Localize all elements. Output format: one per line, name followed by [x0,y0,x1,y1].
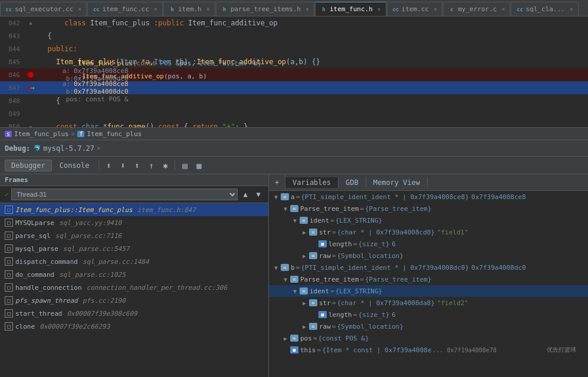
frame-item-5[interactable]: □ do_command sql_parse.cc:1025 [0,268,268,281]
var-value: {const POS &} [318,335,369,342]
tab-item-cc[interactable]: cc item.cc × [387,2,442,16]
var-row-ident-b[interactable]: ▼ = ident = {LEX_STRING} [269,285,588,297]
tab-close-icon[interactable]: × [78,6,81,12]
var-name: length [329,311,352,319]
vars-tab-variables[interactable]: Variables [285,177,339,188]
c-icon: c [448,6,455,13]
expand-icon[interactable]: ▶ [281,333,290,343]
var-row-raw-b[interactable]: ▶ = raw = {Symbol_location} [269,320,588,332]
var-row-str-b[interactable]: ▶ = str = {char * | 0x7f39a4008da8} "fie… [269,297,588,309]
tab-sql-executor[interactable]: cc sql_executor.cc × [0,2,87,16]
var-value: {char * | 0x7f39a4008cd0} [337,229,435,236]
var-value: {LEX_STRING} [336,287,382,295]
frame-item-4[interactable]: □ dispatch_command sql_parse.cc:1484 [0,255,268,268]
frame-item-2[interactable]: □ parse_sql sql_parse.cc:7116 [0,229,268,242]
var-row-a[interactable]: ▼ = a = {PTI_simple_ident_ident * | 0x7f… [269,191,588,203]
frame-loc: sql_parse.cc:5457 [63,245,130,253]
tab-sql-cla[interactable]: cc sql_cla... × [511,2,578,16]
var-row-length-b[interactable]: ▶ ■ length = {size_t} 6 [269,309,588,320]
code-line-847: 847 ● → :Item_func_additive_op(pos, a, b… [0,81,588,94]
vars-tab-gdb[interactable]: GDB [339,177,366,188]
line-gutter: ▪ [25,124,37,128]
frame-icon: □ [5,219,13,227]
frames-btn[interactable]: ▤ [178,159,191,172]
frame-item-7[interactable]: □ pfs_spawn_thread pfs.cc:2190 [0,294,268,307]
step-over-btn[interactable]: ⬆ [102,159,115,172]
line-number: 850 [0,123,25,128]
tab-close-icon[interactable]: × [433,6,437,12]
var-row-str-a[interactable]: ▶ = str = {char * | 0x7f39a4008cd0} "fie… [269,226,588,238]
frame-item-1[interactable]: □ MYSQLparse sql_yacc.yy:9410 [0,216,268,229]
line-number: 845 [0,58,25,66]
frame-name: clone [15,323,35,330]
session-close-icon[interactable]: × [97,144,101,152]
var-equals: = [296,264,300,272]
vars-btn[interactable]: ▦ [192,159,205,172]
tab-close-icon[interactable]: × [501,6,505,12]
tab-my-error[interactable]: c my_error.c × [443,2,510,16]
var-row-raw-a[interactable]: ▶ = raw = {Symbol_location} [269,250,588,262]
expand-icon[interactable]: ▼ [271,263,281,272]
var-addr: 0x7f39a4008ce8 [471,193,526,201]
expand-icon[interactable]: ▼ [271,192,281,201]
debug-bar: Debug: 🐬 mysql-5.7.27 × [0,140,588,157]
var-name: pos [300,335,312,342]
var-row-ident-a[interactable]: ▼ = ident = {LEX_STRING} [269,214,588,226]
var-row-this[interactable]: ▶ ■ this = {Item * const | 0x7f39a4008e … [269,344,588,356]
var-row-parse-tree-a[interactable]: ▼ = Parse_tree_item = {Parse_tree_item} [269,203,588,214]
tab-item-func-h[interactable]: h item_func.h × [315,2,386,16]
tab-close-icon[interactable]: × [206,6,210,12]
expand-icon[interactable]: ▶ [300,251,309,260]
tab-close-icon[interactable]: × [570,6,573,12]
thread-up-btn[interactable]: ▲ [240,189,251,200]
expand-icon[interactable]: ▼ [290,216,300,225]
tab-close-icon[interactable]: × [154,6,157,12]
frame-item-9[interactable]: □ clone 0x00007f39e2c66293 [0,320,268,333]
expand-icon[interactable]: ▼ [290,286,300,296]
tab-close-icon[interactable]: × [306,6,309,12]
frame-name: pfs_spawn_thread [15,297,78,305]
var-row-pos[interactable]: ▶ = pos = {const POS &} [269,332,588,344]
main-content: Frames ✓ Thread-31 ▲ ▼ □ Item_func_plus:… [0,174,588,377]
breadcrumb-s-badge: s [5,131,12,137]
expand-icon[interactable]: ▼ [281,275,290,284]
line-content: { [37,32,588,40]
expand-icon[interactable]: ▶ [300,322,309,331]
line-gutter-arrow: ● → [25,84,37,92]
code-line-850: 850 ▪ const char *func_name() const { re… [0,120,588,127]
line-number: 844 [0,45,25,53]
thread-select[interactable]: Thread-31 [11,188,238,200]
expand-icon[interactable]: ▶ [300,298,309,307]
breadcrumb-separator: > [71,130,75,138]
frame-loc: sql_parse.cc:1025 [59,271,126,279]
var-row-length-a[interactable]: ▶ ■ length = {size_t} 6 [269,238,588,250]
toolbar-tab-debugger[interactable]: Debugger [5,160,52,171]
var-name: Parse_tree_item [300,276,359,283]
frames-list: □ Item_func_plus::Item_func_plus item_fu… [0,203,268,377]
add-watch-btn[interactable]: + [269,174,285,190]
expand-icon[interactable]: ▶ [300,227,309,237]
tab-parse-tree[interactable]: h parse_tree_items.h × [216,2,314,16]
var-row-parse-tree-b[interactable]: ▼ = Parse_tree_item = {Parse_tree_item} [269,273,588,285]
expand-icon[interactable]: ▼ [281,204,290,213]
evaluate-btn[interactable]: ✱ [159,159,172,172]
vars-tab-memory[interactable]: Memory View [366,177,428,188]
line-number: 849 [0,110,25,118]
toolbar-tab-console[interactable]: Console [53,160,96,171]
frame-item-0[interactable]: □ Item_func_plus::Item_func_plus item_fu… [0,203,268,216]
expand-icon: ▪ [29,20,32,27]
step-into-btn[interactable]: ⬇ [116,159,129,172]
frame-item-6[interactable]: □ handle_connection connection_handler_p… [0,281,268,294]
var-row-b[interactable]: ▼ = b = {PTI_simple_ident_ident * | 0x7f… [269,262,588,273]
frame-item-3[interactable]: □ mysql_parse sql_parse.cc:5457 [0,242,268,255]
step-out-btn[interactable]: ⬆ [130,159,143,172]
run-to-cursor-btn[interactable]: ↑ [144,159,157,172]
tab-close-icon[interactable]: × [377,6,381,12]
var-addr: 0x7f39a4008dc0 [471,264,526,272]
tab-item-h[interactable]: h item.h × [163,2,215,16]
frame-item-8[interactable]: □ start_thread 0x00007f39e308c609 [0,307,268,320]
thread-down-btn[interactable]: ▼ [253,189,264,200]
line-gutter: ▪ [25,20,37,27]
tab-item-func-cc[interactable]: cc item_func.cc × [87,2,163,16]
frame-name: do_command [15,271,54,279]
